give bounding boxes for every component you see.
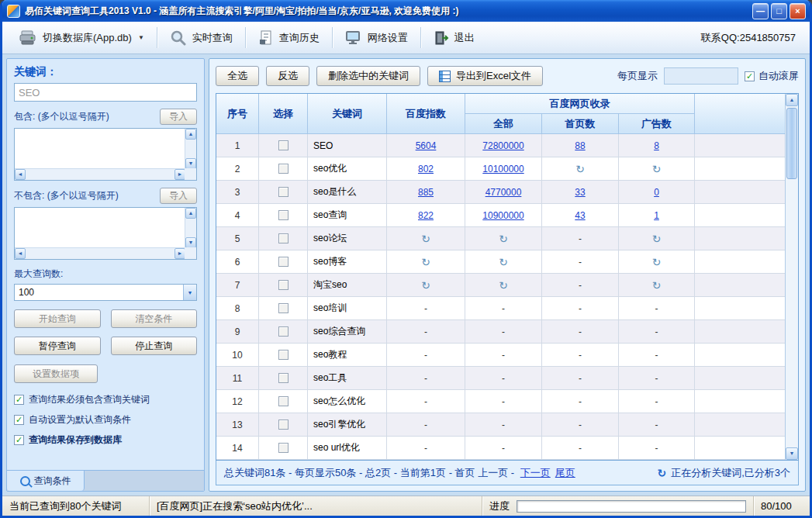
vertical-scrollbar[interactable]: ▲ ▼	[185, 129, 196, 169]
row-value-cell: -	[619, 437, 695, 460]
row-checkbox[interactable]	[278, 140, 289, 150]
scrollbar-track[interactable]	[786, 106, 798, 447]
row-checkbox[interactable]	[278, 373, 289, 383]
scroll-down-icon[interactable]: ▼	[786, 447, 798, 460]
max-query-select[interactable]: 100 ▼	[14, 284, 197, 301]
checkbox-checked[interactable]: ✓	[14, 435, 24, 445]
exclude-textarea[interactable]: ▲ ▼ ◄ ►	[14, 207, 197, 260]
scroll-right-icon[interactable]: ►	[174, 248, 185, 259]
chevron-down-icon[interactable]: ▼	[183, 285, 196, 300]
row-value-cell: -	[542, 227, 619, 250]
toolbar-separator	[420, 27, 421, 48]
scroll-down-icon[interactable]: ▼	[185, 158, 196, 169]
scroll-left-icon[interactable]: ◄	[15, 248, 26, 259]
header-select[interactable]: 选择	[259, 94, 308, 134]
row-checkbox[interactable]	[278, 187, 289, 197]
value-link[interactable]: 88	[575, 140, 585, 151]
value-link[interactable]: 0	[654, 187, 659, 198]
toolbar-separator	[157, 27, 157, 48]
horizontal-scrollbar[interactable]: ◄ ►	[15, 247, 185, 259]
scroll-left-icon[interactable]: ◄	[15, 169, 26, 180]
autoscroll-checkbox[interactable]: ✓	[745, 71, 755, 81]
row-checkbox[interactable]	[278, 210, 289, 220]
checkbox-checked[interactable]: ✓	[14, 415, 24, 425]
value-link[interactable]: 802	[418, 164, 434, 174]
value-link[interactable]: 10900000	[482, 210, 523, 221]
value-link[interactable]: 822	[418, 210, 434, 221]
exit-button[interactable]: 退出	[427, 26, 482, 50]
row-checkbox[interactable]	[278, 303, 289, 313]
invert-selection-button[interactable]: 反选	[266, 66, 309, 86]
export-excel-button[interactable]: 导出到Excel文件	[427, 66, 543, 86]
header-baidu-index[interactable]: 百度指数	[387, 94, 465, 134]
row-value-cell: 802	[387, 157, 465, 181]
row-checkbox[interactable]	[278, 420, 289, 430]
header-baidu-group[interactable]: 百度网页收录	[465, 94, 695, 114]
per-page-input[interactable]	[664, 67, 738, 85]
set-data-items-button[interactable]: 设置数据项	[14, 364, 98, 383]
pager-link[interactable]: 尾页	[555, 467, 575, 478]
vertical-scrollbar[interactable]: ▲ ▼	[185, 208, 196, 248]
header-ads[interactable]: 广告数	[619, 114, 695, 134]
query-history-button[interactable]: 查询历史	[251, 26, 327, 50]
horizontal-scrollbar[interactable]: ◄ ►	[15, 168, 185, 180]
scroll-up-icon[interactable]: ▲	[185, 129, 196, 140]
value-link[interactable]: 8	[654, 140, 659, 151]
include-import-button[interactable]: 导入	[160, 109, 197, 125]
stop-query-button[interactable]: 停止查询	[111, 337, 198, 355]
value-link[interactable]: 33	[575, 187, 585, 198]
scroll-up-icon[interactable]: ▲	[185, 208, 196, 219]
scroll-up-icon[interactable]: ▲	[786, 94, 798, 106]
loading-icon: ↻	[421, 256, 430, 268]
row-checkbox[interactable]	[278, 233, 289, 243]
row-value-cell: 5604	[387, 134, 465, 157]
row-checkbox[interactable]	[278, 350, 289, 360]
pager-link[interactable]: 下一页	[520, 467, 551, 478]
row-checkbox[interactable]	[278, 396, 289, 406]
tab-query-conditions[interactable]: 查询条件	[7, 471, 85, 491]
value-link[interactable]: 4770000	[485, 187, 522, 198]
pause-query-button[interactable]: 暂停查询	[14, 337, 101, 355]
header-index[interactable]: 序号	[216, 94, 259, 134]
keyword-input[interactable]	[14, 83, 197, 102]
close-button[interactable]: ×	[790, 3, 806, 19]
row-checkbox[interactable]	[278, 280, 289, 290]
maximize-button[interactable]: □	[771, 3, 787, 19]
scrollbar-thumb[interactable]	[786, 108, 797, 179]
row-value-cell: -	[387, 367, 465, 390]
start-query-button[interactable]: 开始查询	[14, 309, 101, 328]
scroll-down-icon[interactable]: ▼	[185, 237, 196, 248]
row-filler-cell	[695, 320, 785, 344]
switch-database-button[interactable]: 切换数据库(App.db) ▼	[12, 26, 151, 50]
value-link[interactable]: 72800000	[482, 140, 523, 151]
table-scrollbar[interactable]: ▲ ▼	[785, 94, 798, 460]
row-filler-cell	[695, 344, 785, 367]
value-link[interactable]: 885	[418, 187, 434, 198]
network-settings-button[interactable]: 网络设置	[338, 26, 415, 50]
header-all[interactable]: 全部	[465, 114, 542, 134]
row-checkbox[interactable]	[278, 326, 289, 337]
select-all-button[interactable]: 全选	[216, 66, 259, 86]
header-homepage[interactable]: 首页数	[542, 114, 619, 134]
value-link[interactable]: 1	[654, 210, 659, 221]
include-textarea[interactable]: ▲ ▼ ◄ ►	[14, 128, 197, 181]
row-checkbox[interactable]	[278, 164, 289, 174]
value-link[interactable]: 5604	[416, 140, 437, 151]
minimize-button[interactable]: —	[752, 3, 769, 19]
row-value-cell: ↻	[465, 250, 542, 274]
header-keyword[interactable]: 关键词	[308, 94, 387, 134]
scroll-right-icon[interactable]: ►	[174, 169, 185, 180]
value-link[interactable]: 43	[575, 210, 585, 221]
checkbox-label: 自动设置为默认查询条件	[29, 413, 131, 426]
row-value-cell: -	[465, 367, 542, 390]
actions-row: 全选 反选 删除选中的关键词 导出到Excel文件 每页显示 ✓ 自动滚屏	[216, 66, 799, 86]
row-value-cell: -	[542, 413, 619, 437]
row-checkbox[interactable]	[278, 443, 289, 453]
clear-conditions-button[interactable]: 清空条件	[111, 309, 198, 328]
realtime-query-button[interactable]: 实时查询	[163, 26, 240, 50]
value-link[interactable]: 10100000	[482, 164, 523, 174]
delete-selected-button[interactable]: 删除选中的关键词	[316, 66, 420, 86]
row-checkbox[interactable]	[278, 257, 289, 267]
exclude-import-button[interactable]: 导入	[160, 188, 197, 204]
checkbox-checked[interactable]: ✓	[14, 395, 24, 405]
